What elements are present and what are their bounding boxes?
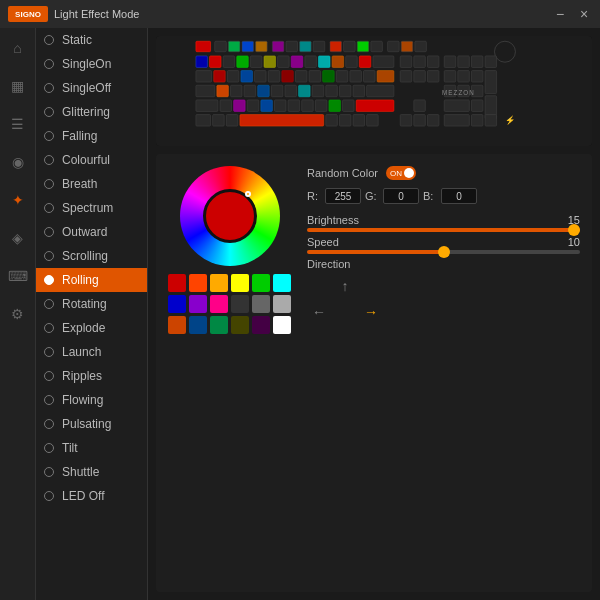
radio-dot-tilt xyxy=(44,443,54,453)
radio-dot-colourful xyxy=(44,155,54,165)
radio-dot-breath xyxy=(44,179,54,189)
profile-icon[interactable]: ◉ xyxy=(6,150,30,174)
effect-item-rolling[interactable]: Rolling xyxy=(36,268,147,292)
effect-item-rotating[interactable]: Rotating xyxy=(36,292,147,316)
svg-rect-30 xyxy=(373,56,394,68)
r-input[interactable] xyxy=(325,188,361,204)
effect-item-launch[interactable]: Launch xyxy=(36,340,147,364)
effect-item-static[interactable]: Static xyxy=(36,28,147,52)
titlebar-left: SIGNO Light Effect Mode xyxy=(8,6,139,22)
svg-rect-64 xyxy=(271,85,283,97)
color-swatch-7[interactable] xyxy=(189,295,207,313)
color-swatch-3[interactable] xyxy=(231,274,249,292)
svg-rect-22 xyxy=(264,56,276,68)
effect-item-shuttle[interactable]: Shuttle xyxy=(36,460,147,484)
random-color-toggle[interactable]: ON xyxy=(386,166,416,180)
g-label: G: xyxy=(365,190,379,202)
effect-item-singleon[interactable]: SingleOn xyxy=(36,52,147,76)
color-swatch-5[interactable] xyxy=(273,274,291,292)
color-swatch-12[interactable] xyxy=(168,316,186,334)
svg-rect-35 xyxy=(458,56,470,68)
svg-rect-37 xyxy=(485,56,497,68)
color-swatch-0[interactable] xyxy=(168,274,186,292)
color-swatch-8[interactable] xyxy=(210,295,228,313)
macro-icon[interactable]: ⌨ xyxy=(6,264,30,288)
color-swatch-15[interactable] xyxy=(231,316,249,334)
speed-row: Speed 10 xyxy=(307,236,580,254)
effect-item-explode[interactable]: Explode xyxy=(36,316,147,340)
effect-item-pulsating[interactable]: Pulsating xyxy=(36,412,147,436)
home-icon[interactable]: ⌂ xyxy=(6,36,30,60)
effect-item-outward[interactable]: Outward xyxy=(36,220,147,244)
keyboard-image: MEZZON ⚡ xyxy=(156,36,592,146)
right-arrow-button[interactable]: → xyxy=(359,300,383,324)
svg-rect-8 xyxy=(313,41,325,51)
color-swatch-11[interactable] xyxy=(273,295,291,313)
b-input[interactable] xyxy=(441,188,477,204)
effect-item-ledoff[interactable]: LED Off xyxy=(36,484,147,508)
svg-rect-0 xyxy=(196,41,211,51)
svg-rect-82 xyxy=(302,100,314,112)
radio-dot-explode xyxy=(44,323,54,333)
svg-rect-97 xyxy=(353,115,365,127)
color-swatch-1[interactable] xyxy=(189,274,207,292)
effect-label-flowing: Flowing xyxy=(62,393,103,407)
g-input[interactable] xyxy=(383,188,419,204)
color-swatch-16[interactable] xyxy=(252,316,270,334)
light-icon[interactable]: ✦ xyxy=(6,188,30,212)
minimize-button[interactable]: − xyxy=(552,6,568,22)
effect-item-spectrum[interactable]: Spectrum xyxy=(36,196,147,220)
gamepad-icon[interactable]: ◈ xyxy=(6,226,30,250)
radio-dot-falling xyxy=(44,131,54,141)
svg-rect-61 xyxy=(230,85,242,97)
effect-item-colourful[interactable]: Colourful xyxy=(36,148,147,172)
color-swatch-9[interactable] xyxy=(231,295,249,313)
effect-label-singleon: SingleOn xyxy=(62,57,111,71)
svg-rect-34 xyxy=(444,56,456,68)
effect-item-breath[interactable]: Breath xyxy=(36,172,147,196)
close-button[interactable]: × xyxy=(576,6,592,22)
effect-item-ripples[interactable]: Ripples xyxy=(36,364,147,388)
color-swatch-17[interactable] xyxy=(273,316,291,334)
svg-rect-67 xyxy=(312,85,324,97)
color-wheel[interactable] xyxy=(180,166,280,266)
layers-icon[interactable]: ☰ xyxy=(6,112,30,136)
color-swatch-14[interactable] xyxy=(210,316,228,334)
svg-rect-87 xyxy=(414,100,426,112)
svg-rect-75 xyxy=(196,100,218,112)
effect-item-flowing[interactable]: Flowing xyxy=(36,388,147,412)
effect-item-singleoff[interactable]: SingleOff xyxy=(36,76,147,100)
color-swatch-6[interactable] xyxy=(168,295,186,313)
effect-item-tilt[interactable]: Tilt xyxy=(36,436,147,460)
speed-slider[interactable] xyxy=(307,250,580,254)
svg-rect-42 xyxy=(255,71,267,83)
effect-item-scrolling[interactable]: Scrolling xyxy=(36,244,147,268)
svg-rect-4 xyxy=(256,41,268,51)
effect-label-ledoff: LED Off xyxy=(62,489,104,503)
rgb-inputs: R: G: B: xyxy=(307,188,580,204)
effect-label-explode: Explode xyxy=(62,321,105,335)
radio-dot-ledoff xyxy=(44,491,54,501)
color-swatch-2[interactable] xyxy=(210,274,228,292)
color-swatch-13[interactable] xyxy=(189,316,207,334)
color-swatch-10[interactable] xyxy=(252,295,270,313)
effect-label-falling: Falling xyxy=(62,129,97,143)
brightness-slider[interactable] xyxy=(307,228,580,232)
svg-rect-48 xyxy=(336,71,348,83)
radio-dot-launch xyxy=(44,347,54,357)
up-arrow-button[interactable]: ↑ xyxy=(333,274,357,298)
svg-rect-103 xyxy=(471,115,483,127)
keyboard-icon[interactable]: ▦ xyxy=(6,74,30,98)
effect-label-breath: Breath xyxy=(62,177,97,191)
svg-rect-80 xyxy=(274,100,286,112)
config-icon[interactable]: ⚙ xyxy=(6,302,30,326)
radio-dot-outward xyxy=(44,227,54,237)
color-swatch-4[interactable] xyxy=(252,274,270,292)
effect-item-glittering[interactable]: Glittering xyxy=(36,100,147,124)
svg-rect-33 xyxy=(427,56,439,68)
effect-item-falling[interactable]: Falling xyxy=(36,124,147,148)
svg-rect-65 xyxy=(285,85,297,97)
effect-label-pulsating: Pulsating xyxy=(62,417,111,431)
svg-rect-45 xyxy=(295,71,307,83)
left-arrow-button[interactable]: ← xyxy=(307,300,331,324)
